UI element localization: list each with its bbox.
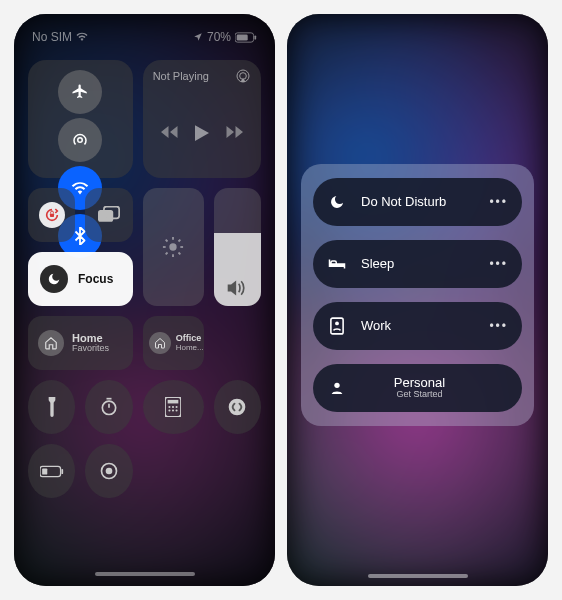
media-title: Not Playing bbox=[153, 70, 209, 82]
prev-track-icon[interactable] bbox=[161, 125, 179, 139]
play-icon[interactable] bbox=[195, 125, 209, 141]
svg-point-23 bbox=[169, 406, 171, 408]
moon-icon bbox=[327, 194, 347, 210]
home-icon-wrap bbox=[38, 330, 64, 356]
home-icon bbox=[44, 336, 58, 350]
office-tile[interactable]: Office Home... bbox=[143, 316, 204, 370]
svg-line-16 bbox=[166, 253, 168, 255]
focus-mode-text: Do Not Disturb bbox=[361, 195, 475, 209]
svg-rect-32 bbox=[61, 468, 63, 473]
screenshot-control-center: No SIM 70% bbox=[14, 14, 275, 586]
orientation-lock-inner bbox=[39, 202, 65, 228]
shazam-tile[interactable] bbox=[214, 380, 261, 434]
battery-status: 70% bbox=[193, 30, 257, 44]
wifi-icon bbox=[76, 32, 88, 42]
svg-rect-22 bbox=[168, 400, 179, 404]
moon-icon bbox=[47, 272, 61, 286]
focus-label: Focus bbox=[78, 272, 113, 286]
focus-mode-sub: Get Started bbox=[396, 390, 442, 400]
bed-icon bbox=[327, 257, 347, 271]
focus-tile[interactable]: Focus bbox=[28, 252, 133, 306]
office-text: Office Home... bbox=[176, 334, 204, 352]
home-indicator[interactable] bbox=[368, 574, 468, 578]
focus-mode-label: Do Not Disturb bbox=[361, 195, 475, 209]
calculator-icon bbox=[165, 397, 181, 417]
screen-mirroring-tile[interactable] bbox=[85, 188, 132, 242]
svg-line-15 bbox=[179, 253, 181, 255]
more-icon[interactable]: ••• bbox=[489, 195, 508, 209]
volume-slider[interactable] bbox=[214, 188, 261, 306]
screen-record-tile[interactable] bbox=[85, 444, 132, 498]
home-icon bbox=[154, 337, 166, 349]
location-icon bbox=[193, 32, 203, 42]
focus-mode-work[interactable]: Work ••• bbox=[313, 302, 522, 350]
flashlight-tile[interactable] bbox=[28, 380, 75, 434]
svg-point-3 bbox=[78, 138, 83, 143]
connectivity-tile[interactable] bbox=[28, 60, 133, 178]
control-center: No SIM 70% bbox=[14, 14, 275, 586]
media-tile[interactable]: Not Playing bbox=[143, 60, 261, 178]
speaker-icon bbox=[226, 278, 248, 298]
svg-rect-36 bbox=[331, 318, 343, 334]
airplane-mode-button[interactable] bbox=[58, 70, 102, 114]
svg-point-28 bbox=[176, 409, 178, 411]
airdrop-icon bbox=[71, 131, 89, 149]
focus-expanded: Do Not Disturb ••• Sleep ••• Work bbox=[287, 14, 548, 586]
svg-rect-2 bbox=[254, 35, 256, 39]
brightness-icon bbox=[162, 236, 184, 258]
media-header: Not Playing bbox=[143, 68, 261, 84]
brightness-slider[interactable] bbox=[143, 188, 204, 306]
svg-point-34 bbox=[106, 468, 113, 475]
focus-mode-personal[interactable]: Personal Get Started bbox=[313, 364, 522, 412]
calculator-tile[interactable] bbox=[143, 380, 204, 434]
more-icon[interactable]: ••• bbox=[489, 257, 508, 271]
flashlight-icon bbox=[46, 397, 58, 417]
focus-mode-label: Work bbox=[361, 319, 475, 333]
focus-mode-label: Personal bbox=[394, 376, 445, 390]
svg-rect-1 bbox=[237, 34, 248, 40]
svg-point-26 bbox=[169, 409, 171, 411]
focus-mode-text: Personal Get Started bbox=[361, 376, 478, 400]
status-bar: No SIM 70% bbox=[28, 28, 261, 46]
home-sub: Favorites bbox=[72, 344, 109, 353]
svg-point-37 bbox=[335, 321, 339, 325]
battery-percent: 70% bbox=[207, 30, 231, 44]
media-controls bbox=[161, 125, 243, 141]
svg-point-24 bbox=[172, 406, 174, 408]
svg-point-38 bbox=[334, 383, 339, 388]
timer-tile[interactable] bbox=[85, 380, 132, 434]
svg-line-17 bbox=[179, 240, 181, 242]
tiles-grid: Not Playing bbox=[28, 60, 261, 498]
home-indicator[interactable] bbox=[95, 572, 195, 576]
more-icon[interactable]: ••• bbox=[489, 319, 508, 333]
home-text: Home Favorites bbox=[72, 333, 109, 354]
screen-mirroring-icon bbox=[98, 206, 120, 224]
orientation-lock-icon bbox=[44, 207, 60, 223]
record-icon bbox=[99, 461, 119, 481]
focus-mode-label: Sleep bbox=[361, 257, 475, 271]
svg-point-29 bbox=[229, 399, 246, 416]
airdrop-button[interactable] bbox=[58, 118, 102, 162]
focus-panel: Do Not Disturb ••• Sleep ••• Work bbox=[301, 164, 534, 426]
office-sub: Home... bbox=[176, 344, 204, 352]
svg-point-9 bbox=[169, 243, 176, 250]
home-favorites-tile[interactable]: Home Favorites bbox=[28, 316, 133, 370]
airplane-icon bbox=[71, 83, 89, 101]
svg-rect-6 bbox=[50, 214, 54, 217]
orientation-lock-tile[interactable] bbox=[28, 188, 75, 242]
battery-icon bbox=[235, 32, 257, 43]
svg-point-27 bbox=[172, 409, 174, 411]
focus-mode-sleep[interactable]: Sleep ••• bbox=[313, 240, 522, 288]
next-track-icon[interactable] bbox=[225, 125, 243, 139]
screenshot-focus-menu: Do Not Disturb ••• Sleep ••• Work bbox=[287, 14, 548, 586]
focus-icon-wrap bbox=[40, 265, 68, 293]
focus-mode-dnd[interactable]: Do Not Disturb ••• bbox=[313, 178, 522, 226]
carrier-status: No SIM bbox=[32, 30, 88, 44]
office-icon-wrap bbox=[149, 332, 171, 354]
svg-line-14 bbox=[166, 240, 168, 242]
svg-rect-31 bbox=[42, 468, 47, 474]
low-power-tile[interactable] bbox=[28, 444, 75, 498]
badge-icon bbox=[327, 317, 347, 335]
airplay-icon[interactable] bbox=[235, 68, 251, 84]
no-sim-label: No SIM bbox=[32, 30, 72, 44]
